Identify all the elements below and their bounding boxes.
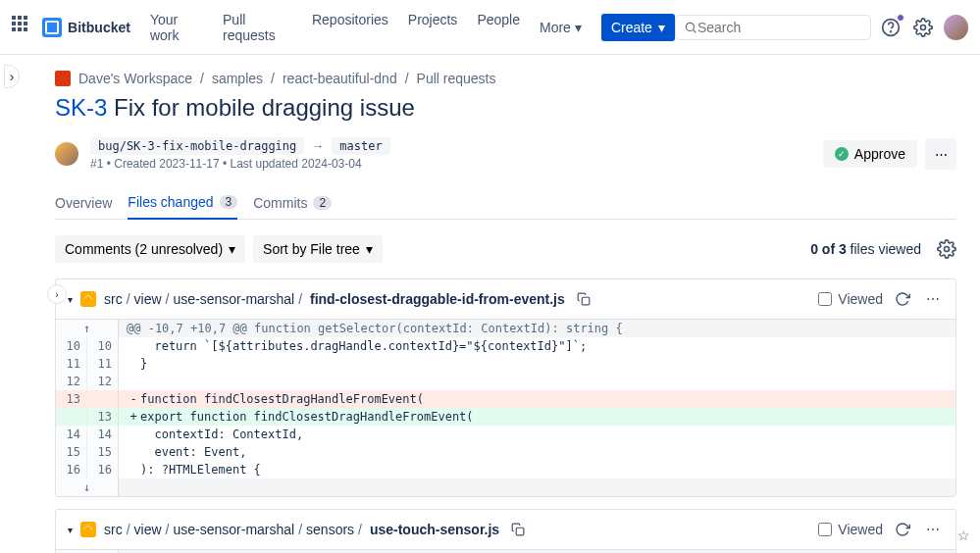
user-avatar[interactable] [944,15,968,40]
line-number-old: 13 [56,390,87,408]
target-branch[interactable]: master [332,137,389,155]
svg-point-3 [891,30,892,31]
diff-line[interactable]: 1616 ): ?HTMLElement { [56,461,955,478]
code-content: ): ?HTMLElement { [119,461,955,478]
file-more-icon[interactable]: ⋯ [922,518,944,541]
line-number-new: 14 [87,426,119,443]
nav-repositories[interactable]: Repositories [304,6,396,49]
svg-point-0 [686,23,694,30]
arrow-right-icon: → [312,139,324,153]
line-number-old: 11 [56,355,87,373]
line-number-new: 16 [87,461,119,478]
feedback-star-icon[interactable]: ☆ [957,528,970,543]
viewed-checkbox[interactable]: Viewed [818,522,883,537]
code-content: } [119,355,955,373]
file-path[interactable]: src/view/use-sensor-marshal/sensors/ use… [104,522,499,537]
viewed-checkbox[interactable]: Viewed [818,291,883,307]
file-block: ▾ src/view/use-sensor-marshal/ find-clos… [55,278,956,497]
author-avatar[interactable] [55,142,78,166]
files-count-badge: 3 [220,195,238,209]
diff-line[interactable]: 1515 event: Event, [56,443,955,461]
copy-path-icon[interactable] [573,288,594,310]
breadcrumb-repo[interactable]: react-beautiful-dnd [283,71,397,86]
tab-commits[interactable]: Commits2 [253,186,332,219]
expand-down-icon[interactable]: ↓ [56,478,119,496]
line-number-new [87,390,119,408]
approve-button[interactable]: ✓ Approve [823,140,917,168]
nav-pull-requests[interactable]: Pull requests [215,6,300,49]
nav-people[interactable]: People [469,6,528,49]
line-number-new: 12 [87,373,119,390]
collapse-toggle-icon[interactable]: ▾ [68,294,73,305]
svg-rect-7 [516,528,524,535]
chevron-down-icon: ▾ [658,20,665,35]
code-content: -function findClosestDragHandleFromEvent… [119,390,955,408]
tab-files-changed[interactable]: Files changed3 [128,186,237,220]
line-number-new: 13 [87,408,119,426]
svg-line-1 [694,29,696,32]
bitbucket-logo-icon [42,18,62,37]
breadcrumb: Dave's Workspace / samples / react-beaut… [55,55,956,94]
code-content [119,373,955,390]
code-content: contextId: ContextId, [119,426,955,443]
create-button[interactable]: Create▾ [601,14,675,41]
svg-rect-6 [582,297,590,305]
sort-button[interactable]: Sort by File tree▾ [253,235,383,263]
file-path[interactable]: src/view/use-sensor-marshal/ find-closes… [104,291,565,307]
modified-badge-icon [80,522,96,537]
settings-icon[interactable] [911,15,936,40]
line-number-old: 16 [56,461,87,478]
refresh-icon[interactable] [891,518,914,541]
file-more-icon[interactable]: ⋯ [922,287,944,311]
line-number-new: 10 [87,337,119,355]
line-number-old: 10 [56,337,87,355]
collapse-toggle-icon[interactable]: ▾ [68,525,73,535]
more-actions-button[interactable]: ⋯ [925,138,956,170]
diff-line[interactable]: 13-function findClosestDragHandleFromEve… [56,390,955,408]
file-name: find-closest-draggable-id-from-event.js [310,291,565,307]
search-input[interactable] [697,20,869,35]
expand-up-icon[interactable]: ↑ [56,320,119,337]
commits-count-badge: 2 [313,196,332,210]
nav-more[interactable]: More▾ [532,6,590,49]
copy-path-icon[interactable] [507,519,529,540]
diff-settings-icon[interactable] [937,239,956,259]
help-icon[interactable] [879,15,903,40]
breadcrumb-project[interactable]: samples [212,71,263,86]
line-number-new: 15 [87,443,119,461]
hunk-header: @@ -10,7 +10,7 @@ function getSelector(c… [119,320,955,337]
code-content: +export function findClosestDragHandleFr… [119,408,955,426]
source-branch[interactable]: bug/SK-3-fix-mobile-dragging [90,137,304,155]
line-number-new: 11 [87,355,119,373]
diff-line[interactable]: 1111 } [56,355,955,373]
app-switcher-icon[interactable] [12,16,34,39]
nav-your-work[interactable]: Your work [142,6,211,49]
brand[interactable]: Bitbucket [42,18,130,37]
refresh-icon[interactable] [891,287,914,311]
search-box[interactable] [675,15,871,40]
file-block: ▾ src/view/use-sensor-marshal/sensors/ u… [55,509,956,553]
modified-badge-icon [80,291,96,307]
breadcrumb-workspace[interactable]: Dave's Workspace [78,71,192,86]
diff-line[interactable]: 1414 contextId: ContextId, [56,426,955,443]
chevron-down-icon: ▾ [575,20,582,35]
line-number-old: 14 [56,426,87,443]
sidebar-expand-handle[interactable]: › [4,65,20,88]
file-name: use-touch-sensor.js [370,522,499,537]
code-content: return `[${attributes.dragHandle.context… [119,337,955,355]
diff-line[interactable]: 13+export function findClosestDragHandle… [56,408,955,426]
check-icon: ✓ [835,147,849,161]
pr-ticket-link[interactable]: SK-3 [55,94,107,121]
svg-point-5 [945,247,950,252]
pr-meta: #1 • Created 2023-11-17 • Last updated 2… [90,157,390,171]
line-number-old: 12 [56,373,87,390]
tab-overview[interactable]: Overview [55,186,112,219]
svg-point-4 [921,25,926,29]
diff-line[interactable]: 1212 [56,373,955,390]
file-tree-expand-handle[interactable]: › [47,284,67,304]
line-number-old: 15 [56,443,87,461]
breadcrumb-section[interactable]: Pull requests [417,71,496,86]
diff-line[interactable]: 1010 return `[${attributes.dragHandle.co… [56,337,955,355]
comments-filter-button[interactable]: Comments (2 unresolved)▾ [55,235,245,263]
nav-projects[interactable]: Projects [400,6,466,49]
